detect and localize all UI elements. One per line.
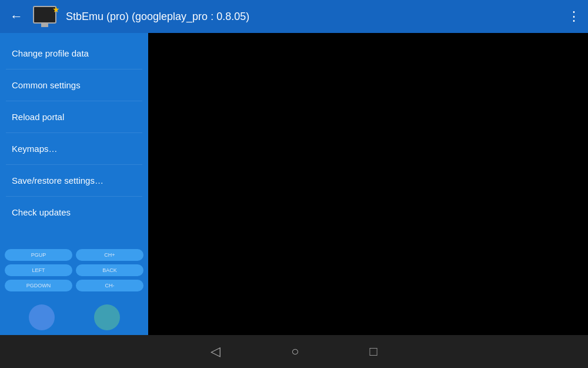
app-icon: ★ xyxy=(33,6,59,27)
sidebar: Change profile data Common settings Relo… xyxy=(0,33,148,335)
sidebar-item-check-updates[interactable]: Check updates xyxy=(0,197,148,228)
nav-bar: ◁ ○ □ xyxy=(0,335,588,368)
main-content: Change profile data Common settings Relo… xyxy=(0,33,588,335)
hint-pgup: PGUP xyxy=(5,249,72,261)
sidebar-item-change-profile[interactable]: Change profile data xyxy=(0,38,148,69)
hint-back: BACK xyxy=(76,264,143,276)
star-badge: ★ xyxy=(52,5,60,14)
nav-back-button[interactable]: ◁ xyxy=(211,344,220,359)
sidebar-btn-left[interactable] xyxy=(29,304,55,330)
nav-recent-button[interactable]: □ xyxy=(370,344,377,359)
nav-home-button[interactable]: ○ xyxy=(291,344,299,359)
sidebar-btn-right[interactable] xyxy=(94,304,120,330)
app-title: StbEmu (pro) (googleplay_pro : 0.8.05) xyxy=(66,11,560,23)
sidebar-item-reload-portal[interactable]: Reload portal xyxy=(0,101,148,132)
hint-ch-plus: CH+ xyxy=(76,249,143,261)
hint-left: LEFT xyxy=(5,264,72,276)
sidebar-item-common-settings[interactable]: Common settings xyxy=(0,69,148,101)
sidebar-item-keymaps[interactable]: Keymaps… xyxy=(0,133,148,164)
sidebar-item-save-restore[interactable]: Save/restore settings… xyxy=(0,165,148,196)
back-button[interactable]: ← xyxy=(7,9,26,24)
top-bar: ← ★ StbEmu (pro) (googleplay_pro : 0.8.0… xyxy=(0,0,588,33)
hint-pgdown: PGDOWN xyxy=(5,280,72,291)
hint-ch-minus: CH- xyxy=(76,280,143,291)
video-container: ⏸ ☞ VOL+ UP OK RIGHT VOL- DOWN ◀◀ ▶ xyxy=(148,33,588,335)
more-button[interactable]: ⋮ xyxy=(567,9,581,24)
